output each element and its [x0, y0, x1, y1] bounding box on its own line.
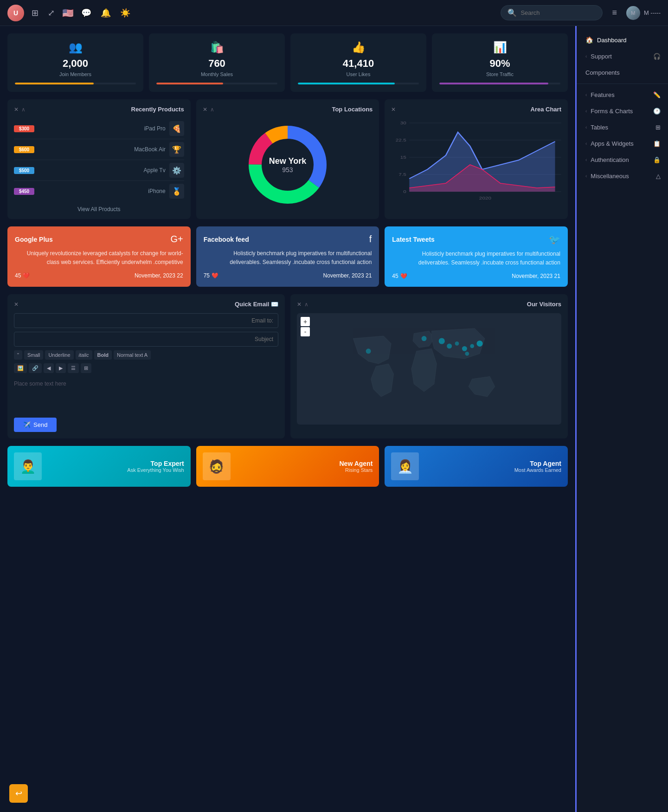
sidebar-item-features[interactable]: ‹ Features ✏️ [577, 87, 668, 103]
italic-btn[interactable]: italic [76, 350, 92, 360]
close-icon-2[interactable]: ✕ [203, 106, 207, 113]
lock-icon: 🔒 [653, 156, 661, 163]
sidebar-item-tables[interactable]: ‹ Tables ⊞ [577, 119, 668, 135]
user-profile[interactable]: M M ----- [626, 6, 661, 20]
twitter-card-footer: 45 ❤️ November, 2023 21 [392, 273, 560, 279]
sidebar-item-auth[interactable]: ‹ Authentication 🔒 [577, 152, 668, 168]
donut-chart: New York 953 [203, 118, 373, 211]
grid-icon[interactable]: ⊞ [30, 6, 40, 20]
avatar[interactable]: U [7, 5, 24, 21]
sidebar-item-components[interactable]: Components [577, 64, 668, 81]
hamburger-icon[interactable]: ≡ [612, 8, 617, 18]
map-svg [297, 313, 561, 425]
underline-btn[interactable]: Underline [45, 350, 73, 360]
top-expert-avatar: 👨‍🦱 [14, 452, 42, 480]
sidebar-item-support[interactable]: ‹ Support 🎧 [577, 48, 668, 64]
sidebar-item-misc[interactable]: ‹ Miscellaneous △ [577, 168, 668, 184]
email-body[interactable]: Place some text here [14, 377, 278, 414]
area-chart-header: ✕ Area Chart [391, 106, 561, 113]
traffic-label: Store Traffic [486, 71, 514, 77]
view-all-link[interactable]: View All Products [14, 206, 184, 213]
product-list: $300 iPad Pro 🍕 $600 MacBook Air 🏆 $500 … [14, 118, 184, 201]
fab-button[interactable]: ↩ [9, 784, 28, 803]
email-form: " Small Underline italic Bold Normal tex… [14, 313, 278, 432]
home-icon: 🏠 [585, 36, 593, 44]
bold-btn[interactable]: Bold [94, 350, 112, 360]
product-thumb: 🏆 [169, 142, 184, 157]
sidebar: 🏠 Dashboard ‹ Support 🎧 Components ‹ Fea… [575, 26, 668, 812]
send-button[interactable]: ✈️ Send [14, 418, 57, 432]
google-date: November, 2023 22 [135, 272, 183, 279]
likes-count-fb: 75 [204, 272, 210, 279]
top-expert-card[interactable]: 👨‍🦱 Top Expert Ask Everything You Wish [7, 446, 191, 487]
table-btn[interactable]: ⊞ [81, 363, 91, 373]
top-agent-card[interactable]: 👩‍💼 Top Agent Most Awards Earned [385, 446, 568, 487]
list-btn[interactable]: ☰ [68, 363, 79, 373]
social-cards: Google Plus G+ Uniquely revolutionize le… [7, 226, 568, 287]
facebook-date: November, 2023 21 [323, 272, 372, 279]
traffic-bar [439, 83, 560, 84]
close-icon-3[interactable]: ✕ [391, 106, 396, 113]
email-to-input[interactable] [14, 313, 278, 328]
normal-text-btn[interactable]: Normal text A [114, 350, 151, 360]
top-locations-widget: ✕ ∧ Top Locations [196, 99, 379, 219]
sidebar-forms-label: Forms & Charts [591, 108, 633, 115]
grid-icon-2: ⊞ [655, 124, 661, 131]
user-avatar: M [626, 6, 640, 20]
members-bar [15, 83, 136, 84]
collapse-icon-2[interactable]: ∧ [210, 106, 214, 113]
bell-icon[interactable]: 🔔 [99, 6, 113, 20]
google-card-footer: 45 ❤️ November, 2023 22 [15, 272, 183, 279]
visitors-controls: ✕ ∧ [297, 301, 308, 308]
svg-point-22 [465, 352, 469, 356]
quick-email-controls: ✕ [14, 301, 19, 308]
link-btn[interactable]: 🔗 [29, 363, 42, 373]
search-bar[interactable]: 🔍 [501, 5, 603, 20]
image-btn[interactable]: 🖼️ [14, 363, 27, 373]
heart-icon-fb: ❤️ [212, 272, 218, 279]
close-icon[interactable]: ✕ [14, 106, 19, 113]
headset-icon: 🎧 [653, 53, 661, 60]
email-subject-input[interactable] [14, 332, 278, 347]
svg-point-16 [439, 338, 445, 344]
sales-icon: 🛍️ [210, 41, 224, 54]
close-icon-email[interactable]: ✕ [14, 301, 19, 308]
traffic-bar-fill [439, 83, 548, 84]
svg-text:15: 15 [400, 155, 406, 159]
new-agent-avatar: 🧔 [203, 452, 231, 480]
donut-num: 953 [269, 166, 306, 174]
area-chart-title: Area Chart [531, 106, 561, 113]
quote-btn[interactable]: " [14, 350, 22, 360]
widget-controls: ✕ ∧ [14, 106, 26, 113]
stat-card-sales: 🛍️ 760 Monthly Sales [149, 33, 285, 92]
new-agent-info: New Agent Rising Stars [236, 460, 373, 473]
twitter-card: Latest Tweets 🐦 Holisticly benchmark plu… [385, 226, 568, 287]
svg-point-19 [462, 346, 467, 351]
svg-text:22.5: 22.5 [396, 138, 406, 142]
brightness-icon[interactable]: ☀️ [118, 6, 132, 20]
expand-icon-visitors[interactable]: ∧ [304, 301, 308, 308]
sidebar-item-dashboard[interactable]: 🏠 Dashboard [577, 32, 668, 48]
table-row: $500 Apple Tv ⚙️ [14, 160, 184, 181]
search-input[interactable] [520, 9, 596, 16]
top-agent-info: Top Agent Most Awards Earned [424, 460, 561, 473]
align-right-btn[interactable]: ▶ [56, 363, 66, 373]
search-icon: 🔍 [507, 8, 517, 17]
chat-icon[interactable]: 💬 [79, 6, 93, 20]
expand-icon[interactable]: ⤢ [46, 6, 57, 20]
sidebar-item-forms[interactable]: ‹ Forms & Charts 🕐 [577, 103, 668, 119]
quick-email-title: Quick Email ✉️ [235, 301, 278, 308]
sidebar-item-apps[interactable]: ‹ Apps & Widgets 📋 [577, 135, 668, 152]
align-left-btn[interactable]: ◀ [44, 363, 54, 373]
close-icon-visitors[interactable]: ✕ [297, 301, 302, 308]
new-agent-title: New Agent [236, 460, 373, 467]
stat-cards: 👥 2,000 Join Members 🛍️ 760 Monthly Sale… [7, 33, 568, 92]
twitter-card-text: Holisticly benchmark plug imperatives fo… [392, 250, 560, 267]
sidebar-tables-label: Tables [591, 124, 608, 131]
top-agent-title: Top Agent [424, 460, 561, 467]
flag-icon[interactable]: 🇺🇸 [62, 7, 74, 19]
small-btn[interactable]: Small [24, 350, 44, 360]
collapse-icon[interactable]: ∧ [21, 106, 26, 113]
new-agent-card[interactable]: 🧔 New Agent Rising Stars [196, 446, 379, 487]
product-thumb: ⚙️ [169, 163, 184, 178]
